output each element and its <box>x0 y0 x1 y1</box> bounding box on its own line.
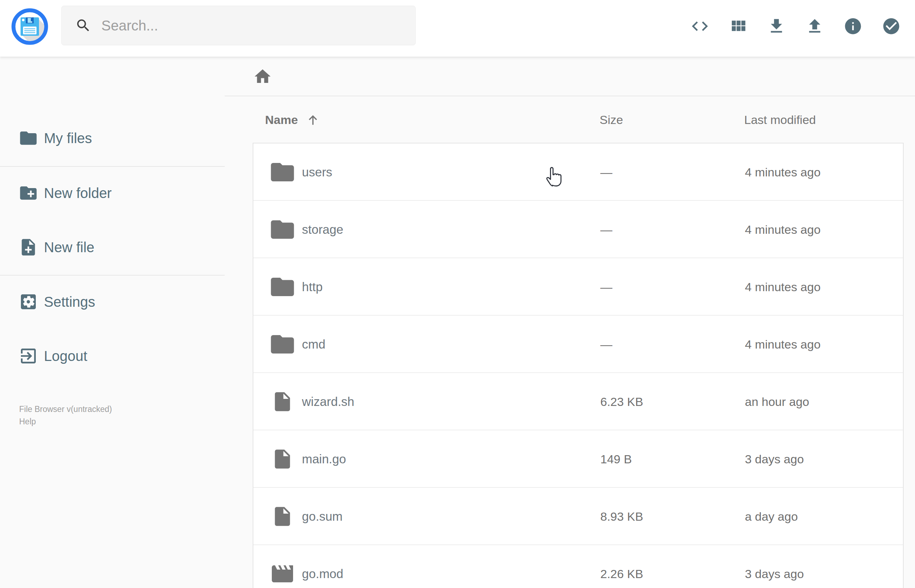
code-icon[interactable] <box>690 17 710 36</box>
folder-icon <box>268 158 296 186</box>
file-row-http[interactable]: http — 4 minutes ago <box>253 258 903 316</box>
folder-icon <box>268 331 296 358</box>
file-icon <box>271 505 294 528</box>
sidebar-item-label: My files <box>44 130 92 146</box>
logout-icon <box>18 346 38 366</box>
home-breadcrumb-button[interactable] <box>253 67 272 86</box>
folder-icon <box>268 273 296 301</box>
file-row-storage[interactable]: storage — 4 minutes ago <box>253 201 903 258</box>
sidebar-footer: File Browser v(untracked) Help <box>19 403 112 428</box>
file-icon <box>271 390 294 413</box>
sidebar-item-new-folder[interactable]: New folder <box>0 177 225 209</box>
breadcrumb <box>225 57 915 96</box>
file-row-main.go[interactable]: main.go 149 B 3 days ago <box>253 430 903 488</box>
file-name: users <box>302 144 332 201</box>
file-row-users[interactable]: users — 4 minutes ago <box>253 144 903 201</box>
file-size: 2.26 KB <box>600 545 643 588</box>
top-bar <box>0 0 915 57</box>
download-icon[interactable] <box>767 17 786 36</box>
file-name: go.mod <box>302 545 343 588</box>
file-plus-icon <box>18 237 38 257</box>
sidebar-item-label: Logout <box>44 348 87 364</box>
help-link[interactable]: Help <box>19 417 36 426</box>
sidebar-item-label: New file <box>44 239 94 255</box>
sidebar-item-label: Settings <box>44 294 95 310</box>
file-size: 8.93 KB <box>600 488 643 545</box>
file-name: main.go <box>302 430 346 488</box>
search-input[interactable] <box>101 18 399 34</box>
main-content: Name Size Last modified users — 4 minute… <box>225 57 915 588</box>
sidebar-divider <box>0 166 225 167</box>
folder-plus-icon <box>18 183 38 203</box>
file-name: storage <box>302 201 343 258</box>
file-size: 6.23 KB <box>600 373 643 430</box>
file-modified: 3 days ago <box>745 430 804 488</box>
file-icon <box>271 448 294 470</box>
column-header-size[interactable]: Size <box>600 97 623 143</box>
file-modified: a day ago <box>745 488 798 545</box>
file-name: http <box>302 258 322 316</box>
file-modified: 4 minutes ago <box>745 258 821 316</box>
sidebar-item-settings[interactable]: Settings <box>0 286 225 318</box>
sidebar-item-my-files[interactable]: My files <box>0 122 225 154</box>
grid-view-icon[interactable] <box>729 17 748 36</box>
file-size: — <box>600 258 613 316</box>
listing-header: Name Size Last modified <box>225 97 915 143</box>
info-icon[interactable] <box>844 17 863 36</box>
column-header-name[interactable]: Name <box>265 97 320 143</box>
file-modified: 3 days ago <box>745 545 804 588</box>
toolbar-icons <box>690 17 901 36</box>
file-name: wizard.sh <box>302 373 354 430</box>
sidebar-divider <box>0 275 225 276</box>
file-size: — <box>600 316 613 373</box>
settings-gear-icon <box>18 292 38 312</box>
file-size: — <box>600 144 613 201</box>
sidebar-item-new-file[interactable]: New file <box>0 231 225 263</box>
column-header-modified[interactable]: Last modified <box>744 97 816 143</box>
upload-icon[interactable] <box>805 17 824 36</box>
sidebar: My files New folder New file Settings Lo… <box>0 57 225 588</box>
floppy-disk-logo-icon <box>11 8 48 45</box>
file-modified: 4 minutes ago <box>745 316 821 373</box>
file-listing: users — 4 minutes ago storage — 4 minute… <box>253 143 904 588</box>
file-size: — <box>600 201 613 258</box>
sidebar-item-logout[interactable]: Logout <box>0 340 225 372</box>
column-label: Name <box>265 113 298 127</box>
file-name: go.sum <box>302 488 343 545</box>
file-size: 149 B <box>600 430 632 488</box>
file-modified: 4 minutes ago <box>745 201 821 258</box>
movie-file-icon <box>270 561 295 586</box>
file-row-go.mod[interactable]: go.mod 2.26 KB 3 days ago <box>253 545 903 588</box>
file-row-cmd[interactable]: cmd — 4 minutes ago <box>253 316 903 373</box>
folder-icon <box>268 216 296 243</box>
select-multiple-icon[interactable] <box>882 17 901 36</box>
sort-ascending-icon <box>306 113 320 127</box>
file-row-wizard.sh[interactable]: wizard.sh 6.23 KB an hour ago <box>253 373 903 430</box>
file-modified: 4 minutes ago <box>745 144 821 201</box>
file-name: cmd <box>302 316 325 373</box>
version-link[interactable]: File Browser v(untracked) <box>19 404 112 414</box>
folder-icon <box>18 128 38 148</box>
file-modified: an hour ago <box>745 373 809 430</box>
column-label: Size <box>600 113 623 127</box>
search-icon <box>75 17 91 34</box>
column-label: Last modified <box>744 113 816 127</box>
filebrowser-logo[interactable] <box>11 8 48 45</box>
home-icon <box>253 67 272 86</box>
sidebar-item-label: New folder <box>44 185 112 201</box>
file-row-go.sum[interactable]: go.sum 8.93 KB a day ago <box>253 488 903 545</box>
search-bar[interactable] <box>61 6 416 45</box>
